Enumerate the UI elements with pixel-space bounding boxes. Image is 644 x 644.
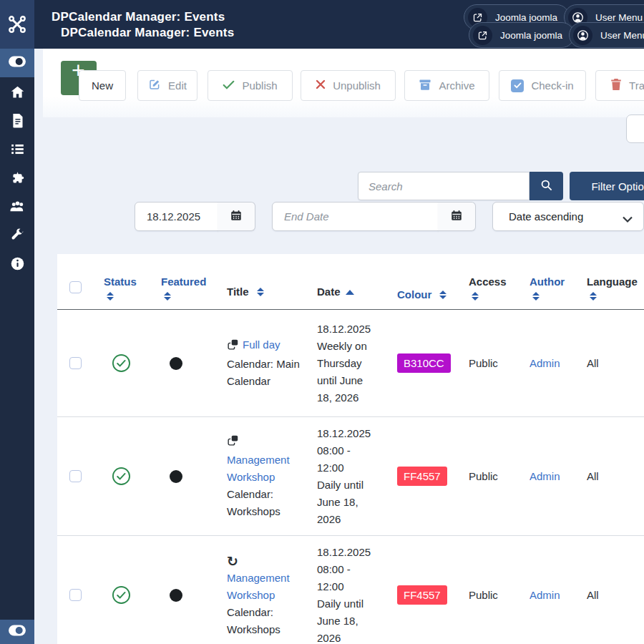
sort-asc-icon — [346, 290, 354, 295]
user-menu-button[interactable]: User Menu — [569, 22, 644, 48]
header-language[interactable]: Language — [576, 275, 644, 301]
checkin-button-label: Check-in — [531, 79, 573, 92]
featured-toggle-icon[interactable] — [170, 357, 182, 370]
sort-icon — [257, 288, 264, 296]
access-cell: Public — [462, 589, 519, 601]
sidebar-item-toggle-menu[interactable] — [0, 49, 34, 77]
start-date-input[interactable] — [135, 202, 218, 231]
sidebar-item-content[interactable] — [0, 107, 34, 136]
sort-order-value: Date ascending — [509, 210, 583, 223]
language-cell: All — [576, 357, 644, 369]
sidebar-item-system[interactable] — [0, 222, 34, 250]
header-colour[interactable]: Colour — [390, 288, 462, 301]
sort-order-select[interactable]: Date ascending — [492, 202, 644, 231]
sidebar-item-components[interactable] — [0, 165, 34, 193]
page-title-ghost: DPCalendar Manager: Events — [52, 10, 225, 24]
site-link-button[interactable]: Joomla joomla — [469, 22, 575, 48]
sidebar-item-info[interactable] — [0, 250, 34, 279]
stack-icon — [227, 338, 239, 356]
select-all-cell — [57, 254, 97, 293]
toolbar-extra-button[interactable] — [626, 114, 644, 143]
checkin-button[interactable]: Check-in — [499, 70, 586, 101]
featured-cell — [143, 357, 208, 370]
row-checkbox[interactable] — [69, 589, 82, 601]
user-circle-icon — [573, 26, 592, 45]
start-date-calendar-button[interactable] — [218, 202, 255, 231]
edit-button-label: Edit — [168, 79, 187, 92]
select-all-checkbox[interactable] — [69, 281, 82, 293]
header-date[interactable]: Date — [308, 283, 390, 301]
publish-button-label: Publish — [242, 79, 277, 92]
author-link[interactable]: Admin — [530, 357, 560, 369]
event-title-link[interactable]: Management Workshop — [227, 454, 290, 483]
sidebar-item-users[interactable] — [0, 193, 34, 222]
row-checkbox[interactable] — [69, 357, 82, 369]
author-cell: Admin — [519, 357, 576, 369]
toggle-icon — [8, 624, 26, 640]
check-icon — [223, 79, 235, 92]
end-date-input[interactable] — [272, 202, 439, 231]
puzzle-icon — [10, 170, 25, 188]
header-author[interactable]: Author — [519, 275, 576, 301]
toggle-icon — [8, 55, 26, 71]
end-date-calendar-button[interactable] — [438, 202, 476, 231]
header-featured-label: Featured — [161, 275, 206, 288]
site-link-label: Joomla joomla — [500, 30, 562, 41]
publish-button[interactable]: Publish — [208, 70, 293, 101]
calendar-label: Calendar: Main Calendar — [227, 356, 301, 390]
new-button-label: New — [92, 79, 113, 92]
title-cell: ↻Management Workshop Calendar: Workshops — [208, 552, 308, 638]
info-icon — [10, 256, 25, 274]
new-button[interactable]: New — [79, 70, 126, 101]
archive-button[interactable]: Archive — [404, 70, 489, 101]
author-link[interactable]: Admin — [530, 589, 560, 601]
sidebar-item-menus[interactable] — [0, 136, 34, 165]
header-access-label: Access — [469, 275, 507, 288]
header-date-label: Date — [317, 283, 341, 301]
access-cell: Public — [462, 470, 519, 482]
edit-button[interactable]: Edit — [137, 70, 197, 101]
language-cell: All — [576, 589, 644, 601]
featured-toggle-icon[interactable] — [170, 589, 182, 602]
archive-button-label: Archive — [439, 79, 474, 92]
table-header-row: Status Featured Title Date Colour Access — [57, 254, 644, 310]
search-input[interactable] — [358, 172, 530, 200]
author-link[interactable]: Admin — [530, 470, 560, 482]
calendar-label: Calendar: Workshops — [227, 604, 301, 638]
sort-icon — [439, 291, 447, 299]
unpublish-button-label: Unpublish — [333, 79, 381, 92]
header-title[interactable]: Title — [208, 283, 308, 301]
search-button[interactable] — [530, 172, 563, 200]
user-menu-label: User Menu — [595, 12, 643, 23]
featured-cell — [143, 589, 208, 602]
header-featured[interactable]: Featured — [143, 275, 208, 301]
sidebar-item-toggle-menu-bottom[interactable] — [0, 620, 34, 644]
header-language-label: Language — [587, 275, 638, 288]
published-status-icon[interactable] — [112, 585, 131, 605]
x-icon — [316, 79, 326, 92]
sidebar — [0, 0, 34, 644]
colour-cell: FF4557 — [390, 467, 462, 486]
row-check-cell — [57, 589, 97, 601]
joomla-logo[interactable] — [0, 0, 34, 49]
sidebar-item-home[interactable] — [0, 79, 34, 107]
status-cell — [97, 467, 143, 486]
published-status-icon[interactable] — [112, 353, 131, 373]
date-cell: 18.12.2025 08:00 - 12:00 Daily until Jun… — [308, 544, 390, 644]
filter-options-button[interactable]: Filter Options — [570, 172, 644, 200]
header-access[interactable]: Access — [462, 275, 519, 301]
header-status[interactable]: Status — [97, 275, 143, 301]
unpublish-button[interactable]: Unpublish — [301, 70, 396, 101]
screen: DPCalendar Manager: Events DPCalendar Ma… — [0, 0, 644, 644]
published-status-icon[interactable] — [112, 467, 131, 486]
header-status-label: Status — [104, 275, 137, 288]
row-checkbox[interactable] — [69, 470, 82, 482]
event-title-link[interactable]: Management Workshop — [227, 572, 290, 601]
featured-toggle-icon[interactable] — [170, 470, 182, 483]
author-cell: Admin — [519, 470, 576, 482]
page-title: DPCalendar Manager: Events — [61, 26, 234, 40]
trash-button[interactable]: Trash — [595, 70, 644, 101]
event-title-link[interactable]: Full day — [243, 338, 280, 351]
home-icon — [10, 84, 25, 102]
stack-icon — [227, 434, 239, 452]
